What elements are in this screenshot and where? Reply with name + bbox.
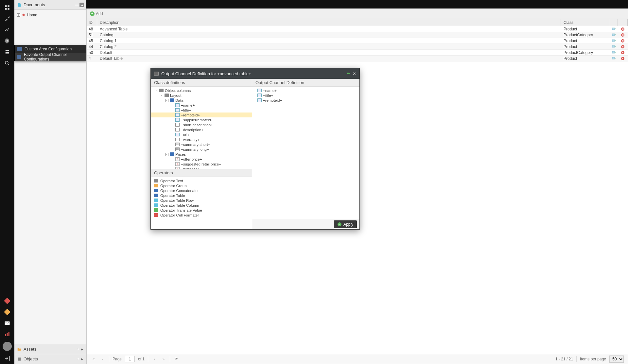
tree-node[interactable]: +url+: [151, 132, 252, 137]
operator-item[interactable]: Operator Concatenator: [151, 188, 252, 193]
tree-node[interactable]: +name+: [151, 103, 252, 108]
server-icon[interactable]: [2, 46, 13, 58]
class-tree[interactable]: -Object columns-Layout-Data+name++title+…: [151, 87, 252, 169]
tree-node[interactable]: +warranty+: [151, 137, 252, 142]
context-menu-item[interactable]: Custom Area Configuration: [15, 45, 86, 53]
tree-node[interactable]: -Layout: [151, 93, 252, 98]
delete-row-icon[interactable]: [620, 27, 625, 31]
delete-row-icon[interactable]: [620, 39, 625, 43]
operator-icon: [154, 213, 158, 217]
output-item[interactable]: +name+: [254, 88, 359, 93]
node-icon: [175, 133, 180, 136]
context-menu-item[interactable]: Favorite Output Channel Configurations: [15, 53, 86, 61]
modal-header[interactable]: Output Channel Definition for +advanced …: [151, 68, 359, 79]
delete-row-icon[interactable]: [620, 57, 625, 61]
delete-row-icon[interactable]: [620, 45, 625, 49]
prev-page-icon[interactable]: ‹: [100, 357, 106, 361]
open-row-icon[interactable]: [612, 33, 616, 37]
table-row[interactable]: 50DefaultProductCategory: [87, 50, 628, 56]
tree-node[interactable]: +supplierremoteid+: [151, 117, 252, 122]
col-id[interactable]: ID: [87, 19, 97, 26]
warning-icon[interactable]: [2, 306, 13, 318]
panel-minimize-icon[interactable]: —: [75, 2, 79, 7]
first-page-icon[interactable]: «: [91, 357, 96, 361]
output-item[interactable]: +remoteid+: [254, 98, 359, 103]
tree-node[interactable]: +short description+: [151, 122, 252, 127]
output-item[interactable]: +title+: [254, 93, 359, 98]
table-row[interactable]: 45Catalog 1Product: [87, 38, 628, 44]
tools-icon[interactable]: [2, 13, 13, 24]
col-description[interactable]: Description: [97, 19, 561, 26]
stats-icon[interactable]: [2, 329, 13, 340]
tree-node[interactable]: +remoteid+: [151, 113, 252, 117]
operator-item[interactable]: Operator Table Column: [151, 203, 252, 208]
col-class[interactable]: Class: [561, 19, 610, 26]
node-label: +b2bprice+: [181, 167, 200, 169]
table-row[interactable]: 51CatalogProductCategory: [87, 32, 628, 38]
toggle-icon[interactable]: -: [155, 89, 158, 92]
search-icon[interactable]: [2, 58, 13, 69]
table-row[interactable]: 44Catalog 2Product: [87, 44, 628, 50]
tree-row[interactable]: + Home: [17, 12, 83, 18]
home-icon[interactable]: [2, 2, 13, 13]
assets-panel-header[interactable]: Assets + ▸: [14, 344, 86, 354]
modal-close-icon[interactable]: ✕: [353, 71, 356, 76]
table-row[interactable]: 48Advanced TableProduct: [87, 26, 628, 32]
reports-icon[interactable]: [2, 24, 13, 35]
apply-button[interactable]: ✓ Apply: [334, 220, 357, 228]
open-row-icon[interactable]: [612, 57, 616, 61]
avatar[interactable]: [3, 342, 12, 351]
refresh-icon[interactable]: ⟳: [173, 357, 179, 361]
tree-node[interactable]: +title+: [151, 108, 252, 113]
documents-panel-header[interactable]: Documents — ▸: [14, 0, 86, 10]
expand-icon[interactable]: +: [17, 13, 20, 17]
objects-panel-header[interactable]: Objects + ▸: [14, 354, 86, 364]
delete-row-icon[interactable]: [620, 51, 625, 55]
add-asset-icon[interactable]: +: [77, 347, 79, 352]
operator-item[interactable]: Operator Text: [151, 178, 252, 183]
operator-item[interactable]: Operator Table Row: [151, 198, 252, 203]
tree-node[interactable]: .1+suggested retail price+: [151, 162, 252, 166]
output-list[interactable]: +name++title++remoteid+: [252, 87, 359, 219]
toggle-icon[interactable]: -: [165, 153, 168, 156]
node-label: +url+: [181, 133, 189, 137]
operator-item[interactable]: Operator Group: [151, 183, 252, 188]
tree-node[interactable]: -Prices: [151, 152, 252, 157]
operator-label: Operator Group: [160, 184, 187, 188]
svg-rect-16: [612, 34, 615, 36]
operator-icon: [154, 208, 158, 212]
mail-icon[interactable]: [2, 318, 13, 329]
logout-icon[interactable]: [2, 353, 13, 364]
tree-node[interactable]: +summary short+: [151, 142, 252, 147]
tree-node[interactable]: -Data: [151, 98, 252, 103]
add-button[interactable]: + Add: [90, 11, 103, 16]
table-row[interactable]: 4Default TableProduct: [87, 56, 628, 61]
panel-menu-icon[interactable]: ▸: [81, 356, 83, 361]
alert-icon[interactable]: [2, 295, 13, 306]
panel-menu-icon[interactable]: ▸: [81, 347, 83, 352]
collapse-sidebar-icon[interactable]: ◂: [79, 3, 84, 7]
last-page-icon[interactable]: »: [161, 357, 166, 361]
operators-list[interactable]: Operator TextOperator GroupOperator Conc…: [151, 177, 252, 229]
tree-node[interactable]: +summary long+: [151, 147, 252, 152]
operator-item[interactable]: Operator Translate Value: [151, 208, 252, 213]
add-object-icon[interactable]: +: [77, 356, 79, 361]
tree-node[interactable]: +description+: [151, 127, 252, 132]
tree-node[interactable]: .1+offer price+: [151, 157, 252, 162]
open-row-icon[interactable]: [612, 39, 616, 43]
page-input[interactable]: [125, 356, 135, 362]
settings-icon[interactable]: [2, 35, 13, 46]
open-row-icon[interactable]: [612, 51, 616, 55]
ipp-select[interactable]: 50: [609, 355, 624, 363]
open-row-icon[interactable]: [612, 45, 616, 49]
modal-add-icon[interactable]: ●▸: [346, 71, 350, 76]
toggle-icon[interactable]: -: [160, 94, 163, 97]
toggle-icon[interactable]: -: [165, 99, 168, 102]
open-row-icon[interactable]: [612, 27, 616, 31]
operator-item[interactable]: Operator Table: [151, 193, 252, 198]
tree-node[interactable]: .1+b2bprice+: [151, 166, 252, 169]
next-page-icon[interactable]: ›: [151, 357, 157, 361]
operator-item[interactable]: Operator Cell Formater: [151, 213, 252, 217]
delete-row-icon[interactable]: [620, 33, 625, 37]
tree-node[interactable]: -Object columns: [151, 88, 252, 93]
